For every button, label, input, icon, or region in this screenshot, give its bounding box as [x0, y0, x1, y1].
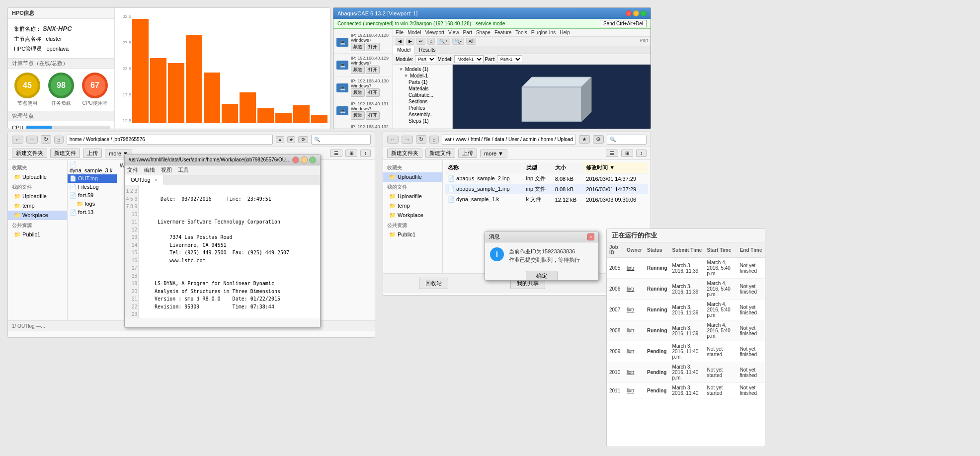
- new-folder-btn[interactable]: 新建文件夹: [12, 149, 47, 158]
- menu-feature[interactable]: Feature: [494, 30, 511, 35]
- fm2-sidebar-temp[interactable]: 📁 temp: [383, 201, 442, 211]
- log-menu-edit[interactable]: 编辑: [144, 166, 155, 174]
- log-tab-outlog[interactable]: OUT.log ×: [125, 175, 164, 185]
- node-freq-btn-2[interactable]: 频道: [351, 66, 365, 74]
- tree-logs[interactable]: 📁 logs: [75, 200, 117, 208]
- log-close-btn[interactable]: [292, 156, 299, 163]
- tool-btn-5[interactable]: 🔍+: [437, 38, 450, 45]
- fm2-forward-btn[interactable]: →: [402, 136, 413, 144]
- fm2-new-file-btn[interactable]: 新建文件: [425, 149, 455, 158]
- fm2-sidebar-workplace[interactable]: 📁 Workplace: [383, 211, 442, 220]
- job-owner[interactable]: lixtr: [624, 279, 645, 300]
- view-toggle-btn[interactable]: ☰: [330, 150, 342, 157]
- node-freq-btn-1[interactable]: 频道: [351, 43, 365, 51]
- job-owner[interactable]: lixtr: [624, 341, 645, 362]
- node-freq-btn-3[interactable]: 频道: [351, 88, 365, 97]
- tree-sections[interactable]: Sections: [395, 98, 451, 105]
- fm2-view-grid-btn[interactable]: ⊞: [621, 150, 633, 157]
- menu-tools[interactable]: Tools: [515, 30, 527, 35]
- tree-parts[interactable]: Parts (1): [395, 79, 451, 85]
- menu-model[interactable]: Model: [408, 30, 421, 35]
- node-open-btn-1[interactable]: 打开: [366, 43, 380, 51]
- job-owner[interactable]: lixtr: [624, 362, 645, 383]
- log-menu-tools[interactable]: 工具: [178, 166, 189, 174]
- abaqus-tab-results[interactable]: Results: [415, 46, 440, 54]
- fm-sidebar-uploadfile[interactable]: 📁 Uploadfile: [8, 192, 67, 201]
- tree-profiles[interactable]: Profiles: [395, 105, 451, 111]
- fm-path-btn1[interactable]: ▲: [276, 136, 284, 143]
- menu-part[interactable]: Part: [463, 30, 472, 35]
- fm2-more-btn[interactable]: more ▼: [480, 150, 507, 157]
- menu-viewport[interactable]: Viewport: [425, 30, 444, 35]
- new-file-btn[interactable]: 新建文件: [50, 149, 80, 158]
- fm-back-btn[interactable]: ←: [12, 136, 23, 144]
- fm-path-btn2[interactable]: ★: [287, 136, 295, 143]
- fm-refresh-btn[interactable]: ↻: [41, 135, 51, 144]
- log-menu-view[interactable]: 视图: [161, 166, 172, 174]
- abaqus-tab-model[interactable]: Model: [393, 46, 415, 54]
- fm2-home-btn[interactable]: ⌂: [429, 136, 439, 144]
- menu-help[interactable]: Help: [560, 30, 570, 35]
- node-open-btn-2[interactable]: 打开: [366, 66, 380, 74]
- fm-sidebar-uploadfile-fav[interactable]: 📁 Uploadfile: [8, 172, 67, 182]
- upload-btn[interactable]: 上传: [83, 149, 102, 158]
- fm2-back-btn[interactable]: ←: [387, 136, 399, 144]
- tool-btn-4[interactable]: ⌂: [427, 38, 435, 45]
- tree-calibratic[interactable]: Calibratic...: [395, 92, 451, 98]
- fm2-new-folder-btn[interactable]: 新建文件夹: [387, 149, 422, 158]
- tree-fort13[interactable]: 📄 fort.13: [68, 208, 117, 217]
- fm2-settings-btn[interactable]: ⚙: [593, 135, 604, 144]
- abaqus-min-btn[interactable]: [633, 10, 639, 16]
- fm-settings-btn[interactable]: ⚙: [298, 136, 308, 143]
- fm2-view-list-btn[interactable]: ☰: [606, 150, 618, 157]
- fm2-sidebar-uploadfile[interactable]: 📁 Uploadfile: [383, 192, 442, 201]
- job-owner[interactable]: lixtr: [624, 383, 645, 398]
- fm2-recycle-btn[interactable]: 回收站: [419, 278, 448, 289]
- fm-home-btn[interactable]: ⌂: [54, 136, 64, 144]
- tree-assembly[interactable]: Assembly...: [395, 111, 451, 118]
- log-min-btn[interactable]: [301, 156, 308, 163]
- fm2-sort-btn[interactable]: ↕: [636, 150, 647, 157]
- tree-fort59[interactable]: 📄 fort.59: [68, 191, 117, 200]
- tree-materials[interactable]: Materials: [395, 85, 451, 92]
- abaqus-max-btn[interactable]: [641, 10, 647, 16]
- tree-steps[interactable]: Steps (1): [395, 118, 451, 124]
- view-grid-btn[interactable]: ⊞: [345, 150, 357, 157]
- menu-view[interactable]: View: [448, 30, 459, 35]
- node-freq-btn-4[interactable]: 频道: [351, 111, 365, 120]
- tree-model1[interactable]: ▼Model-1: [395, 73, 451, 79]
- fm2-sidebar-public[interactable]: 📁 Public1: [383, 230, 442, 239]
- log-menu-file[interactable]: 文件: [127, 166, 138, 174]
- node-open-btn-4[interactable]: 打开: [366, 111, 380, 120]
- menu-file[interactable]: File: [396, 30, 404, 35]
- fm-sidebar-workplace[interactable]: 📁 Workplace: [8, 211, 67, 220]
- menu-shape[interactable]: Shape: [476, 30, 490, 35]
- fm2-star-btn[interactable]: ★: [579, 135, 590, 144]
- fm2-refresh-btn[interactable]: ↻: [416, 135, 426, 144]
- abaqus-close-btn[interactable]: [626, 10, 632, 16]
- fm2-upload-btn[interactable]: 上传: [458, 149, 477, 158]
- job-owner[interactable]: lixtr: [624, 300, 645, 320]
- module-select[interactable]: Part: [415, 55, 436, 63]
- tree-fileslog[interactable]: 📄 FilesLog: [68, 183, 117, 191]
- job-owner[interactable]: lixtr: [624, 258, 645, 279]
- log-max-btn[interactable]: [309, 156, 316, 163]
- dialog-ok-btn[interactable]: 确定: [526, 271, 558, 281]
- tree-dyna[interactable]: 📄 dyna_sample_3.k: [68, 160, 117, 174]
- tool-btn-all[interactable]: All: [466, 38, 476, 45]
- tool-btn-1[interactable]: ◀: [396, 38, 404, 45]
- fm-search-input[interactable]: [311, 135, 371, 145]
- fm2-address-input[interactable]: [442, 135, 576, 145]
- model-select[interactable]: Model-1: [454, 55, 484, 63]
- tool-btn-3[interactable]: ↩: [416, 38, 425, 45]
- tool-btn-2[interactable]: ▶: [406, 38, 414, 45]
- fm-forward-btn[interactable]: →: [26, 136, 38, 144]
- log-content[interactable]: Date: 03/02/2016 Time: 23:49:51 Livermor…: [139, 185, 320, 318]
- fm-sidebar-temp[interactable]: 📁 temp: [8, 201, 67, 211]
- view-sort-btn[interactable]: ↕: [360, 150, 371, 157]
- job-owner[interactable]: lixtr: [624, 320, 645, 341]
- part-select[interactable]: Part-1: [497, 55, 522, 63]
- tree-models[interactable]: ▼Models (1): [395, 66, 451, 73]
- menu-plugins[interactable]: Plugins-Ins: [531, 30, 556, 35]
- node-open-btn-3[interactable]: 打开: [366, 88, 380, 97]
